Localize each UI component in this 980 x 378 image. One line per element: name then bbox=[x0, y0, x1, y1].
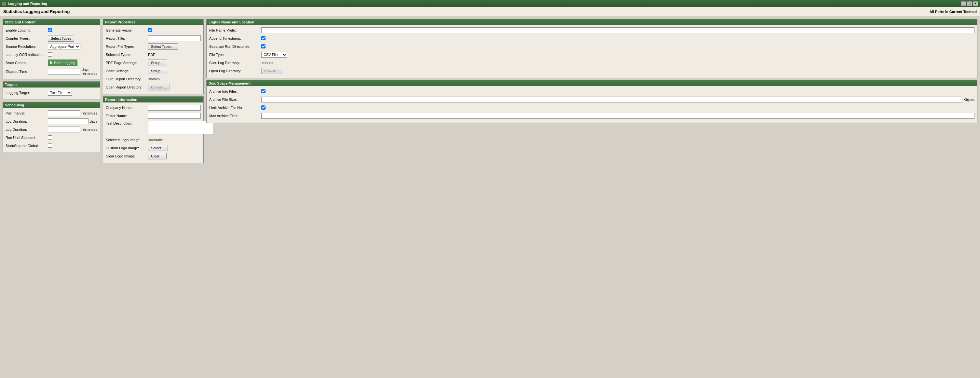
open-report-dir-button[interactable]: Browse ... bbox=[148, 84, 170, 91]
elapsed-unit-label: days hh:mm:ss bbox=[82, 68, 97, 75]
max-archive-files-row: Max Archive Files: 25 bbox=[209, 113, 974, 119]
separate-run-dirs-control bbox=[261, 44, 974, 49]
open-log-dir-button[interactable]: Browse ... bbox=[261, 68, 283, 74]
logging-target-row: Logging Target: Text File CSV File Datab… bbox=[6, 89, 97, 96]
pdf-page-settings-control: Setup ... bbox=[148, 60, 201, 66]
tester-name-control bbox=[148, 113, 201, 119]
chart-settings-control: Setup ... bbox=[148, 68, 201, 74]
report-information-body: Company Name: Tester Name: Test Descript… bbox=[103, 102, 204, 163]
log-duration-days-row: Log Duration: 0 days bbox=[6, 118, 97, 125]
tester-name-label: Tester Name: bbox=[106, 114, 148, 118]
append-timestamp-control bbox=[261, 36, 974, 41]
minimize-button[interactable]: _ bbox=[961, 1, 966, 6]
chart-setup-button[interactable]: Setup ... bbox=[148, 68, 167, 74]
start-stop-global-checkbox[interactable] bbox=[48, 143, 52, 148]
test-description-row: Test Description: bbox=[106, 121, 201, 135]
selected-logo-value: <default> bbox=[148, 138, 201, 142]
log-duration-days-label: Log Duration: bbox=[6, 119, 48, 123]
run-until-stopped-checkbox[interactable] bbox=[48, 135, 52, 140]
open-log-dir-label: Open Log Directory: bbox=[209, 69, 261, 73]
elapsed-time-row: Elapsed Time: 0 00:00:00 days hh:mm:ss bbox=[6, 68, 97, 75]
app-icon bbox=[2, 1, 6, 6]
open-log-dir-row: Open Log Directory: Browse ... bbox=[209, 68, 974, 74]
report-file-types-row: Report File Types: Select Types ... bbox=[106, 43, 201, 50]
tester-name-input[interactable] bbox=[148, 113, 201, 119]
company-name-label: Company Name: bbox=[106, 106, 148, 110]
run-until-stopped-label: Run Until Stopped: bbox=[6, 136, 48, 140]
report-file-types-label: Report File Types: bbox=[106, 44, 148, 48]
app-subtitle: All Ports in Current Testbed bbox=[929, 10, 977, 14]
selected-logo-label: Selected Logo Image: bbox=[106, 138, 148, 142]
log-duration-time-row: Log Duration: 01:00:00 hh:mm:ss bbox=[6, 126, 97, 133]
open-log-dir-control: Browse ... bbox=[261, 68, 974, 74]
curr-log-dir-value: <none> bbox=[261, 61, 974, 65]
report-title-input[interactable]: Test Report bbox=[148, 35, 201, 41]
poll-interval-input[interactable]: 00:00:01 bbox=[48, 110, 80, 116]
curr-log-dir-label: Curr. Log Directory: bbox=[209, 61, 261, 65]
scheduling-header: Scheduling bbox=[3, 102, 100, 108]
state-and-content-body: Enable Logging: Counter Types: Select Ty… bbox=[3, 25, 100, 79]
start-logging-button[interactable]: Start Logging bbox=[48, 60, 78, 66]
scheduling-body: Poll Interval: 00:00:01 hh:mm:ss Log Dur… bbox=[3, 108, 100, 152]
latency-oor-label: Latency OOR Indication: bbox=[6, 53, 48, 57]
open-report-dir-control: Browse ... bbox=[148, 84, 201, 91]
log-duration-time-input[interactable]: 01:00:00 bbox=[48, 127, 80, 132]
curr-report-dir-text: <none> bbox=[148, 77, 160, 81]
poll-interval-label: Poll Interval: bbox=[6, 111, 48, 115]
generate-report-control bbox=[148, 28, 201, 33]
selected-logo-row: Selected Logo Image: <default> bbox=[106, 137, 201, 143]
archive-into-files-control bbox=[261, 89, 974, 94]
company-name-input[interactable] bbox=[148, 105, 201, 111]
custom-logo-row: Custom Logo Image: Select ... bbox=[106, 145, 201, 151]
clear-logo-button[interactable]: Clear ... bbox=[148, 153, 167, 159]
report-title-label: Report Title: bbox=[106, 37, 148, 40]
separate-run-dirs-checkbox[interactable] bbox=[261, 44, 266, 48]
custom-logo-control: Select ... bbox=[148, 145, 201, 151]
curr-report-dir-value: <none> bbox=[148, 77, 201, 81]
curr-report-dir-row: Curr. Report Directory: <none> bbox=[106, 76, 201, 82]
column-2: Report Properties Generate Report: Repor… bbox=[103, 19, 204, 163]
archive-file-size-input[interactable]: 100 bbox=[261, 97, 962, 102]
report-file-types-control: Select Types ... bbox=[148, 43, 201, 50]
tester-name-row: Tester Name: bbox=[106, 113, 201, 119]
generate-report-checkbox[interactable] bbox=[148, 28, 152, 32]
report-file-types-button[interactable]: Select Types ... bbox=[148, 43, 178, 50]
limit-archive-checkbox[interactable] bbox=[261, 105, 266, 110]
selected-logo-text: <default> bbox=[148, 138, 163, 142]
pdf-page-settings-label: PDF Page Settings: bbox=[106, 61, 148, 65]
source-resolution-select[interactable]: Aggregate Port Port bbox=[48, 44, 80, 49]
title-bar-text: Logging and Reporting bbox=[8, 2, 47, 6]
chart-settings-label: Chart Settings: bbox=[106, 69, 148, 73]
logging-target-select[interactable]: Text File CSV File Database bbox=[48, 90, 72, 95]
file-name-prefix-input[interactable]: statslog bbox=[261, 27, 974, 33]
pdf-setup-button[interactable]: Setup ... bbox=[148, 60, 167, 66]
log-duration-days-input[interactable]: 0 bbox=[48, 118, 89, 124]
chart-settings-row: Chart Settings: Setup ... bbox=[106, 68, 201, 74]
poll-interval-row: Poll Interval: 00:00:01 hh:mm:ss bbox=[6, 110, 97, 116]
custom-logo-label: Custom Logo Image: bbox=[106, 146, 148, 150]
max-archive-files-input[interactable]: 25 bbox=[261, 113, 974, 119]
append-timestamp-label: Append Timestamp: bbox=[209, 37, 261, 40]
file-name-prefix-control: statslog bbox=[261, 27, 974, 33]
select-logo-button[interactable]: Select ... bbox=[148, 145, 168, 151]
test-description-textarea[interactable] bbox=[148, 121, 213, 134]
scheduling-section: Scheduling Poll Interval: 00:00:01 hh:mm… bbox=[3, 102, 100, 153]
file-type-label: File Type: bbox=[209, 53, 261, 57]
report-title-row: Report Title: Test Report bbox=[106, 35, 201, 41]
state-control-label: State Control: bbox=[6, 61, 48, 65]
company-name-control bbox=[148, 105, 201, 111]
select-types-button[interactable]: Select Types bbox=[48, 35, 74, 41]
archive-into-files-checkbox[interactable] bbox=[261, 89, 266, 94]
latency-oor-checkbox[interactable] bbox=[48, 52, 52, 57]
play-icon bbox=[50, 61, 53, 64]
enable-logging-checkbox[interactable] bbox=[48, 28, 52, 32]
elapsed-time-control: 0 00:00:00 days hh:mm:ss bbox=[48, 68, 97, 75]
counter-types-control: Select Types bbox=[48, 35, 97, 41]
file-type-select[interactable]: CSV File Text File Binary bbox=[261, 52, 287, 57]
elapsed-time-input[interactable]: 0 00:00:00 bbox=[48, 68, 80, 75]
clear-logo-row: Clear Logo Image: Clear ... bbox=[106, 153, 201, 159]
maximize-button[interactable]: □ bbox=[967, 1, 972, 6]
append-timestamp-checkbox[interactable] bbox=[261, 36, 266, 40]
generate-report-row: Generate Report: bbox=[106, 27, 201, 33]
close-button[interactable]: ✕ bbox=[973, 1, 978, 6]
